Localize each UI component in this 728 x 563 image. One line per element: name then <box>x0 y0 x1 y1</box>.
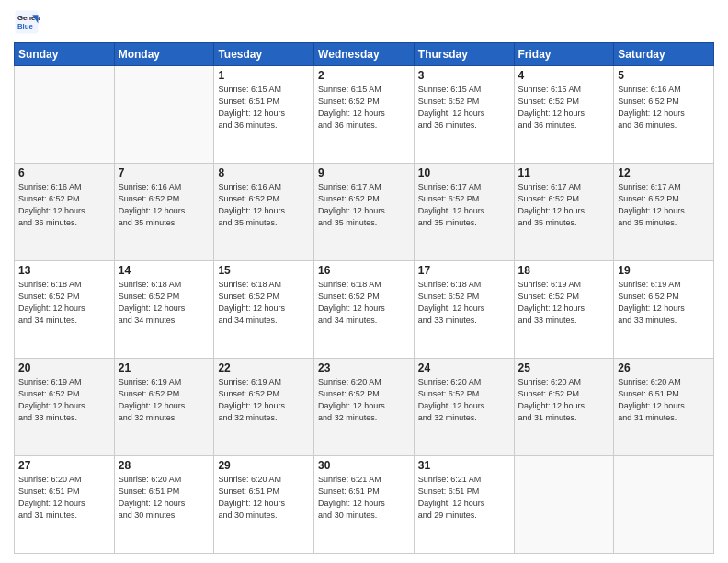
calendar-cell: 23Sunrise: 6:20 AM Sunset: 6:52 PM Dayli… <box>314 359 415 456</box>
day-info: Sunrise: 6:19 AM Sunset: 6:52 PM Dayligh… <box>618 279 710 327</box>
day-info: Sunrise: 6:18 AM Sunset: 6:52 PM Dayligh… <box>418 279 510 327</box>
day-number: 28 <box>119 459 210 472</box>
weekday-header-wednesday: Wednesday <box>314 43 415 66</box>
calendar-cell <box>15 66 115 164</box>
day-number: 12 <box>618 167 710 179</box>
day-info: Sunrise: 6:20 AM Sunset: 6:52 PM Dayligh… <box>318 376 410 424</box>
day-info: Sunrise: 6:17 AM Sunset: 6:52 PM Dayligh… <box>418 181 510 229</box>
day-info: Sunrise: 6:17 AM Sunset: 6:52 PM Dayligh… <box>318 181 410 229</box>
calendar-cell: 22Sunrise: 6:19 AM Sunset: 6:52 PM Dayli… <box>214 359 314 456</box>
day-info: Sunrise: 6:20 AM Sunset: 6:51 PM Dayligh… <box>618 376 710 424</box>
day-info: Sunrise: 6:20 AM Sunset: 6:51 PM Dayligh… <box>218 474 310 522</box>
weekday-header-tuesday: Tuesday <box>214 43 314 66</box>
day-info: Sunrise: 6:15 AM Sunset: 6:52 PM Dayligh… <box>518 84 610 132</box>
day-number: 17 <box>418 264 510 277</box>
day-info: Sunrise: 6:16 AM Sunset: 6:52 PM Dayligh… <box>18 181 110 229</box>
day-info: Sunrise: 6:20 AM Sunset: 6:51 PM Dayligh… <box>18 474 110 522</box>
calendar-cell: 3Sunrise: 6:15 AM Sunset: 6:52 PM Daylig… <box>414 66 514 164</box>
calendar-cell: 17Sunrise: 6:18 AM Sunset: 6:52 PM Dayli… <box>414 261 514 359</box>
calendar-cell: 16Sunrise: 6:18 AM Sunset: 6:52 PM Dayli… <box>314 261 415 359</box>
day-info: Sunrise: 6:19 AM Sunset: 6:52 PM Dayligh… <box>18 376 110 424</box>
calendar-cell: 12Sunrise: 6:17 AM Sunset: 6:52 PM Dayli… <box>614 164 714 261</box>
day-number: 24 <box>418 362 510 374</box>
day-info: Sunrise: 6:17 AM Sunset: 6:52 PM Dayligh… <box>518 181 610 229</box>
calendar-cell: 27Sunrise: 6:20 AM Sunset: 6:51 PM Dayli… <box>15 456 115 554</box>
svg-text:Blue: Blue <box>17 22 34 30</box>
calendar-cell: 21Sunrise: 6:19 AM Sunset: 6:52 PM Dayli… <box>114 359 214 456</box>
calendar-cell: 15Sunrise: 6:18 AM Sunset: 6:52 PM Dayli… <box>214 261 314 359</box>
calendar-cell: 6Sunrise: 6:16 AM Sunset: 6:52 PM Daylig… <box>15 164 115 261</box>
weekday-header-monday: Monday <box>114 43 214 66</box>
calendar-cell: 26Sunrise: 6:20 AM Sunset: 6:51 PM Dayli… <box>614 359 714 456</box>
calendar-cell: 20Sunrise: 6:19 AM Sunset: 6:52 PM Dayli… <box>15 359 115 456</box>
day-number: 6 <box>18 167 110 179</box>
weekday-header-saturday: Saturday <box>614 43 714 66</box>
day-number: 15 <box>218 264 310 277</box>
day-number: 18 <box>518 264 610 277</box>
day-info: Sunrise: 6:15 AM Sunset: 6:51 PM Dayligh… <box>218 84 310 132</box>
calendar-cell: 9Sunrise: 6:17 AM Sunset: 6:52 PM Daylig… <box>314 164 415 261</box>
page: General Blue SundayMondayTuesdayWednesda… <box>0 0 728 563</box>
day-number: 23 <box>318 362 410 374</box>
day-number: 5 <box>618 69 710 82</box>
calendar-table: SundayMondayTuesdayWednesdayThursdayFrid… <box>14 42 714 554</box>
day-number: 22 <box>218 362 310 374</box>
day-info: Sunrise: 6:15 AM Sunset: 6:52 PM Dayligh… <box>318 84 410 132</box>
day-number: 25 <box>518 362 610 374</box>
day-info: Sunrise: 6:18 AM Sunset: 6:52 PM Dayligh… <box>218 279 310 327</box>
calendar-cell: 30Sunrise: 6:21 AM Sunset: 6:51 PM Dayli… <box>314 456 415 554</box>
day-number: 30 <box>318 459 410 472</box>
day-info: Sunrise: 6:18 AM Sunset: 6:52 PM Dayligh… <box>318 279 410 327</box>
day-number: 1 <box>218 69 310 82</box>
calendar-cell: 24Sunrise: 6:20 AM Sunset: 6:52 PM Dayli… <box>414 359 514 456</box>
weekday-header-thursday: Thursday <box>414 43 514 66</box>
calendar-cell: 25Sunrise: 6:20 AM Sunset: 6:52 PM Dayli… <box>514 359 614 456</box>
calendar-cell: 18Sunrise: 6:19 AM Sunset: 6:52 PM Dayli… <box>514 261 614 359</box>
day-info: Sunrise: 6:21 AM Sunset: 6:51 PM Dayligh… <box>318 474 410 522</box>
day-number: 19 <box>618 264 710 277</box>
day-info: Sunrise: 6:16 AM Sunset: 6:52 PM Dayligh… <box>218 181 310 229</box>
day-info: Sunrise: 6:19 AM Sunset: 6:52 PM Dayligh… <box>119 376 210 424</box>
weekday-header-sunday: Sunday <box>15 43 115 66</box>
day-number: 31 <box>418 459 510 472</box>
calendar-cell: 2Sunrise: 6:15 AM Sunset: 6:52 PM Daylig… <box>314 66 415 164</box>
day-number: 4 <box>518 69 610 82</box>
calendar-cell: 1Sunrise: 6:15 AM Sunset: 6:51 PM Daylig… <box>214 66 314 164</box>
day-info: Sunrise: 6:19 AM Sunset: 6:52 PM Dayligh… <box>518 279 610 327</box>
day-number: 3 <box>418 69 510 82</box>
calendar-cell: 14Sunrise: 6:18 AM Sunset: 6:52 PM Dayli… <box>114 261 214 359</box>
calendar-cell: 31Sunrise: 6:21 AM Sunset: 6:51 PM Dayli… <box>414 456 514 554</box>
calendar-cell: 13Sunrise: 6:18 AM Sunset: 6:52 PM Dayli… <box>15 261 115 359</box>
day-info: Sunrise: 6:18 AM Sunset: 6:52 PM Dayligh… <box>18 279 110 327</box>
day-info: Sunrise: 6:20 AM Sunset: 6:51 PM Dayligh… <box>119 474 210 522</box>
calendar-cell: 5Sunrise: 6:16 AM Sunset: 6:52 PM Daylig… <box>614 66 714 164</box>
calendar-cell: 19Sunrise: 6:19 AM Sunset: 6:52 PM Dayli… <box>614 261 714 359</box>
calendar-cell <box>514 456 614 554</box>
logo: General Blue <box>14 9 45 35</box>
calendar-cell: 7Sunrise: 6:16 AM Sunset: 6:52 PM Daylig… <box>114 164 214 261</box>
header: General Blue <box>14 9 714 35</box>
day-number: 26 <box>618 362 710 374</box>
day-number: 2 <box>318 69 410 82</box>
calendar-cell: 11Sunrise: 6:17 AM Sunset: 6:52 PM Dayli… <box>514 164 614 261</box>
day-number: 20 <box>18 362 110 374</box>
calendar-cell: 10Sunrise: 6:17 AM Sunset: 6:52 PM Dayli… <box>414 164 514 261</box>
calendar-cell: 4Sunrise: 6:15 AM Sunset: 6:52 PM Daylig… <box>514 66 614 164</box>
day-number: 29 <box>218 459 310 472</box>
day-number: 8 <box>218 167 310 179</box>
day-number: 21 <box>119 362 210 374</box>
calendar-cell <box>614 456 714 554</box>
day-info: Sunrise: 6:20 AM Sunset: 6:52 PM Dayligh… <box>418 376 510 424</box>
day-info: Sunrise: 6:18 AM Sunset: 6:52 PM Dayligh… <box>119 279 210 327</box>
day-number: 13 <box>18 264 110 277</box>
calendar-cell: 28Sunrise: 6:20 AM Sunset: 6:51 PM Dayli… <box>114 456 214 554</box>
logo-icon: General Blue <box>14 9 40 35</box>
day-info: Sunrise: 6:21 AM Sunset: 6:51 PM Dayligh… <box>418 474 510 522</box>
calendar-cell: 8Sunrise: 6:16 AM Sunset: 6:52 PM Daylig… <box>214 164 314 261</box>
day-info: Sunrise: 6:16 AM Sunset: 6:52 PM Dayligh… <box>618 84 710 132</box>
calendar-cell: 29Sunrise: 6:20 AM Sunset: 6:51 PM Dayli… <box>214 456 314 554</box>
day-number: 14 <box>119 264 210 277</box>
weekday-header-friday: Friday <box>514 43 614 66</box>
day-info: Sunrise: 6:15 AM Sunset: 6:52 PM Dayligh… <box>418 84 510 132</box>
day-number: 16 <box>318 264 410 277</box>
